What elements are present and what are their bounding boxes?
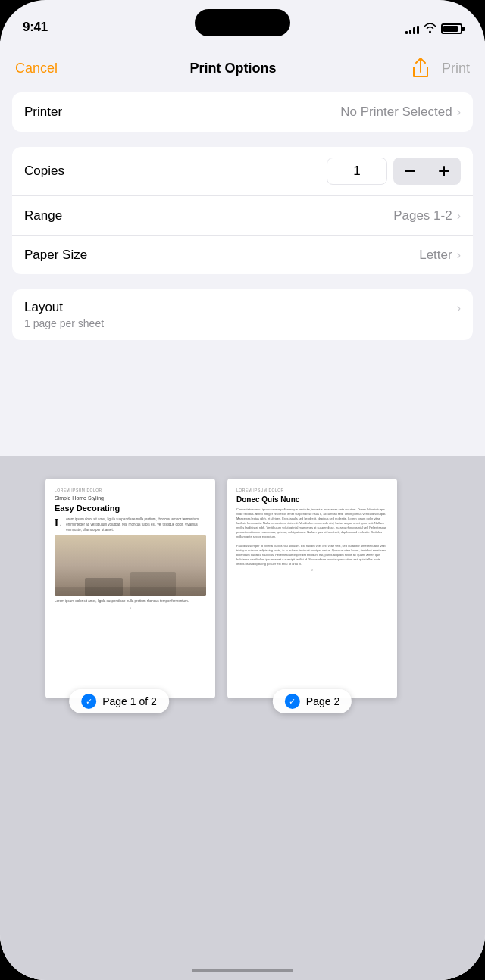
range-label: Range xyxy=(24,208,62,223)
page2-body: Consectetuer arcu ipsum ornare pellentes… xyxy=(236,507,388,566)
page1-content: Lorem Ipsum Dolor Simple Home Styling Ea… xyxy=(45,479,215,698)
page1-label: Page 1 of 2 xyxy=(102,695,157,707)
paper-size-chevron-icon: › xyxy=(457,248,461,262)
svg-rect-5 xyxy=(55,587,206,596)
screen: 9:41 xyxy=(0,0,485,980)
page2-title: Donec Quis Nunc xyxy=(236,495,388,505)
printer-value: No Printer Selected xyxy=(340,105,452,120)
status-time: 9:41 xyxy=(23,20,48,35)
printer-chevron-icon: › xyxy=(457,105,461,119)
dynamic-island xyxy=(195,9,290,36)
page-title: Print Options xyxy=(190,61,277,76)
copies-increase-button[interactable] xyxy=(427,158,461,185)
page1-caption: Lorem ipsum dolor sit amet, ligula suspe… xyxy=(55,599,206,604)
page1-drop-body: L orem ipsum dolor sit amet, ligula susp… xyxy=(55,517,206,532)
printer-card: Printer No Printer Selected › xyxy=(12,92,473,132)
page1-body: orem ipsum dolor sit amet, ligula suspen… xyxy=(66,517,206,532)
copies-decrease-button[interactable] xyxy=(393,158,427,185)
paper-size-row[interactable]: Paper Size Letter › xyxy=(12,235,473,274)
print-button[interactable]: Print xyxy=(442,61,470,76)
phone-frame: 9:41 xyxy=(0,0,485,980)
paper-size-label: Paper Size xyxy=(24,248,87,263)
page1-subtitle: Simple Home Styling xyxy=(55,495,206,502)
page1-check-icon: ✓ xyxy=(81,694,96,709)
battery-icon xyxy=(441,23,462,34)
nav-bar: Cancel Print Options Print xyxy=(0,41,485,92)
range-chevron-icon: › xyxy=(457,209,461,223)
page1-label-pill: ✓ Page 1 of 2 xyxy=(69,689,169,713)
range-value-group: Pages 1-2 › xyxy=(393,208,461,223)
nav-right-actions: Print xyxy=(408,56,470,80)
page1-image xyxy=(55,535,206,596)
page2-content: Lorem Ipsum Dolor Donec Quis Nunc Consec… xyxy=(227,479,397,698)
home-indicator xyxy=(192,969,293,972)
share-button[interactable] xyxy=(408,56,433,80)
page2-label-pill: ✓ Page 2 xyxy=(273,689,352,713)
room-silhouette xyxy=(55,566,206,596)
page2-check-icon: ✓ xyxy=(285,694,300,709)
options-card: Copies 1 xyxy=(12,147,473,274)
page1-card: Lorem Ipsum Dolor Simple Home Styling Ea… xyxy=(45,479,215,698)
preview-page-1[interactable]: Lorem Ipsum Dolor Simple Home Styling Ea… xyxy=(23,479,215,698)
status-icons xyxy=(405,23,462,35)
plus-icon xyxy=(439,166,449,176)
cancel-button[interactable]: Cancel xyxy=(15,61,58,76)
paper-size-value-group: Letter › xyxy=(419,248,461,263)
layout-content: Layout 1 page per sheet xyxy=(24,300,104,329)
page2-label: Page 2 xyxy=(306,695,340,707)
preview-area: Lorem Ipsum Dolor Simple Home Styling Ea… xyxy=(0,456,485,980)
printer-row[interactable]: Printer No Printer Selected › xyxy=(12,92,473,132)
copies-value: 1 xyxy=(353,164,360,179)
wifi-icon xyxy=(424,23,436,35)
page2-number: 2 xyxy=(236,568,388,573)
range-row[interactable]: Range Pages 1-2 › xyxy=(12,195,473,235)
layout-chevron-icon: › xyxy=(457,301,461,315)
minus-icon xyxy=(405,170,415,172)
copies-stepper: 1 xyxy=(327,158,461,185)
share-icon xyxy=(411,57,430,80)
page1-number: 1 xyxy=(55,606,206,610)
copies-row: Copies 1 xyxy=(12,147,473,195)
layout-sublabel: 1 page per sheet xyxy=(24,317,104,329)
layout-label: Layout xyxy=(24,300,104,315)
copies-label: Copies xyxy=(24,164,64,179)
printer-label: Printer xyxy=(24,105,62,120)
page1-title: Easy Decorating xyxy=(55,503,206,514)
signal-icon xyxy=(405,23,419,34)
page2-category: Lorem Ipsum Dolor xyxy=(236,488,388,493)
printer-value-group: No Printer Selected › xyxy=(340,105,461,120)
preview-page-2[interactable]: Lorem Ipsum Dolor Donec Quis Nunc Consec… xyxy=(227,479,397,698)
page1-category: Lorem Ipsum Dolor xyxy=(55,488,206,493)
copies-count-display: 1 xyxy=(327,158,387,185)
preview-pages-container: Lorem Ipsum Dolor Simple Home Styling Ea… xyxy=(0,456,485,980)
page2-card: Lorem Ipsum Dolor Donec Quis Nunc Consec… xyxy=(227,479,397,698)
paper-size-value: Letter xyxy=(419,248,452,263)
layout-card[interactable]: Layout 1 page per sheet › xyxy=(12,289,473,340)
battery-fill xyxy=(443,26,458,32)
range-value: Pages 1-2 xyxy=(393,208,452,223)
layout-row: Layout 1 page per sheet › xyxy=(12,289,473,340)
